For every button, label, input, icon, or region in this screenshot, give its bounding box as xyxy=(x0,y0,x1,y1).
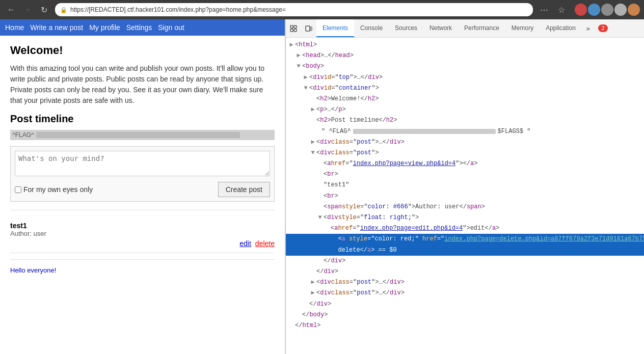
tab-performance[interactable]: Performance xyxy=(458,19,505,37)
tree-div-float-right[interactable]: ▼ <div style="float: right;"> xyxy=(286,212,644,223)
forward-button[interactable]: → xyxy=(20,3,35,17)
welcome-heading: Welcome! xyxy=(10,44,275,57)
devtools-panel: Elements Console Sources Network Perform… xyxy=(285,19,644,354)
timeline-heading: Post timeline xyxy=(10,113,275,125)
post1-actions: edit delete xyxy=(10,239,275,248)
svg-rect-4 xyxy=(306,26,310,31)
devtools-content: ▶ <html> ▶ <head>…</head> ▼ <body> ▶ <di xyxy=(286,38,644,354)
tree-container-close[interactable]: ▶ </div> xyxy=(286,299,644,310)
svg-rect-2 xyxy=(290,29,293,32)
url-text: https://[REDACTED].ctf.hacker101.com/ind… xyxy=(70,6,528,13)
svg-rect-5 xyxy=(310,27,312,31)
post1-delete-link[interactable]: delete xyxy=(255,239,275,248)
browser-actions: ⋯ ☆ xyxy=(537,3,569,17)
tab-network[interactable]: Network xyxy=(423,19,458,37)
lock-icon: 🔒 xyxy=(60,7,67,13)
toggle-html[interactable]: ▶ xyxy=(288,40,295,50)
avatar-3 xyxy=(601,4,613,16)
post2-link[interactable]: Hello everyone! xyxy=(10,266,56,274)
device-mode-button[interactable] xyxy=(301,21,316,36)
tree-html-close[interactable]: ▶ </html> xyxy=(286,320,644,331)
tab-elements[interactable]: Elements xyxy=(316,19,354,37)
site-nav: Home Write a new post My profile Setting… xyxy=(0,19,285,36)
reload-button[interactable]: ↻ xyxy=(37,3,51,17)
svg-rect-1 xyxy=(294,25,297,28)
flag-redacted xyxy=(36,132,240,138)
error-badge: 2 xyxy=(598,24,608,32)
tree-div-top[interactable]: ▶ <div id="top" >…</div> xyxy=(286,72,644,83)
bookmark-button[interactable]: ☆ xyxy=(554,3,569,17)
tree-div-post3-collapsed[interactable]: ▶ <div class="post">…</div> xyxy=(286,277,644,288)
post1-edit-link[interactable]: edit xyxy=(239,239,251,248)
tree-p[interactable]: ▶ <p>…</p> xyxy=(286,104,644,115)
site-content: Welcome! With this amazing tool you can … xyxy=(0,36,285,354)
website-panel: Home Write a new post My profile Setting… xyxy=(0,19,285,354)
main-container: Home Write a new post My profile Setting… xyxy=(0,19,644,354)
tree-div-float-close[interactable]: ▶ </div> xyxy=(286,256,644,266)
nav-profile[interactable]: My profile xyxy=(89,23,120,32)
private-checkbox[interactable] xyxy=(15,186,21,193)
tree-a-view[interactable]: ▶ <a href="index.php?page=view.php&id=4"… xyxy=(286,158,644,169)
address-bar[interactable]: 🔒 https://[REDACTED].ctf.hacker101.com/i… xyxy=(55,3,533,16)
divider-1 xyxy=(10,210,275,210)
tree-br2[interactable]: ▶ <br> xyxy=(286,191,644,202)
flag-prefix: ^FLAG^ xyxy=(12,131,34,139)
tree-h2-welcome[interactable]: ▶ <h2>Welcome!</h2> xyxy=(286,94,644,104)
avatar-5 xyxy=(628,4,640,16)
tree-a-delete-selected[interactable]: ▶ <a style="color: red;" href="index.php… xyxy=(286,234,644,244)
devtools-toolbar: Elements Console Sources Network Perform… xyxy=(286,19,644,38)
tree-a-edit[interactable]: ▶ <a href="index.php?page=edit.php&id=4"… xyxy=(286,223,644,234)
post-form-footer: For my own eyes only Create post xyxy=(15,182,270,197)
post-textarea[interactable] xyxy=(15,151,270,176)
post-item-1: test1 Author: user edit delete xyxy=(10,216,275,253)
tree-html[interactable]: ▶ <html> xyxy=(286,40,644,50)
tab-application[interactable]: Application xyxy=(540,19,582,37)
post-form-area: For my own eyes only Create post xyxy=(10,146,275,202)
svg-rect-0 xyxy=(290,25,293,28)
nav-home[interactable]: Home xyxy=(5,23,24,32)
flag-bar: ^FLAG^ xyxy=(10,130,275,140)
tab-console[interactable]: Console xyxy=(354,19,389,37)
tree-h2-timeline[interactable]: ▶ <h2>Post timeline</h2> xyxy=(286,115,644,126)
tree-div-post1-collapsed[interactable]: ▶ <div class="post">…</div> xyxy=(286,137,644,148)
tree-delete-content[interactable]: delete</a> == $0 xyxy=(286,245,644,256)
avatar-1 xyxy=(575,4,587,16)
post1-author: Author: user xyxy=(10,230,275,237)
nav-write[interactable]: Write a new post xyxy=(30,23,83,32)
avatar-group xyxy=(575,4,640,16)
nav-buttons: ← → ↻ xyxy=(4,3,51,17)
tree-text-test1[interactable]: ▶ "test1" xyxy=(286,180,644,190)
svg-rect-3 xyxy=(294,29,297,32)
tree-span-author[interactable]: ▶ <span style="color: #666">Author: user… xyxy=(286,202,644,212)
flag-redacted-devtools xyxy=(353,129,496,134)
browser-chrome: ← → ↻ 🔒 https://[REDACTED].ctf.hacker101… xyxy=(0,0,644,19)
tab-sources[interactable]: Sources xyxy=(389,19,423,37)
tree-div-post4-collapsed[interactable]: ▶ <div class="post">…</div> xyxy=(286,288,644,298)
tab-memory[interactable]: Memory xyxy=(505,19,540,37)
tab-more[interactable]: » xyxy=(582,19,594,37)
tree-div-post2-open[interactable]: ▼ <div class="post"> xyxy=(286,148,644,158)
welcome-text: With this amazing tool you can write and… xyxy=(10,63,275,106)
nav-signout[interactable]: Sign out xyxy=(158,23,184,32)
create-post-button[interactable]: Create post xyxy=(218,182,270,197)
avatar-2 xyxy=(588,4,600,16)
checkbox-text: For my own eyes only xyxy=(23,185,93,194)
tree-body-close[interactable]: ▶ </body> xyxy=(286,310,644,320)
tree-body[interactable]: ▼ <body> xyxy=(286,61,644,72)
avatar-4 xyxy=(614,4,627,16)
tree-head[interactable]: ▶ <head>…</head> xyxy=(286,50,644,61)
divider-2 xyxy=(10,259,275,260)
tree-div-container[interactable]: ▼ <div id="container"> xyxy=(286,83,644,94)
devtools-tabs: Elements Console Sources Network Perform… xyxy=(316,19,594,37)
tree-br1[interactable]: ▶ <br> xyxy=(286,169,644,180)
tree-div-post-close[interactable]: ▶ </div> xyxy=(286,266,644,277)
post1-title: test1 xyxy=(10,222,275,230)
private-checkbox-label[interactable]: For my own eyes only xyxy=(15,185,93,194)
nav-settings[interactable]: Settings xyxy=(126,23,152,32)
tree-flag-text[interactable]: ▶ " ^FLAG^ $FLAGS$ " xyxy=(286,126,644,137)
html-tree: ▶ <html> ▶ <head>…</head> ▼ <body> ▶ <di xyxy=(286,40,644,331)
share-button[interactable]: ⋯ xyxy=(537,3,551,17)
back-button[interactable]: ← xyxy=(4,3,18,17)
inspect-element-button[interactable] xyxy=(286,21,301,36)
